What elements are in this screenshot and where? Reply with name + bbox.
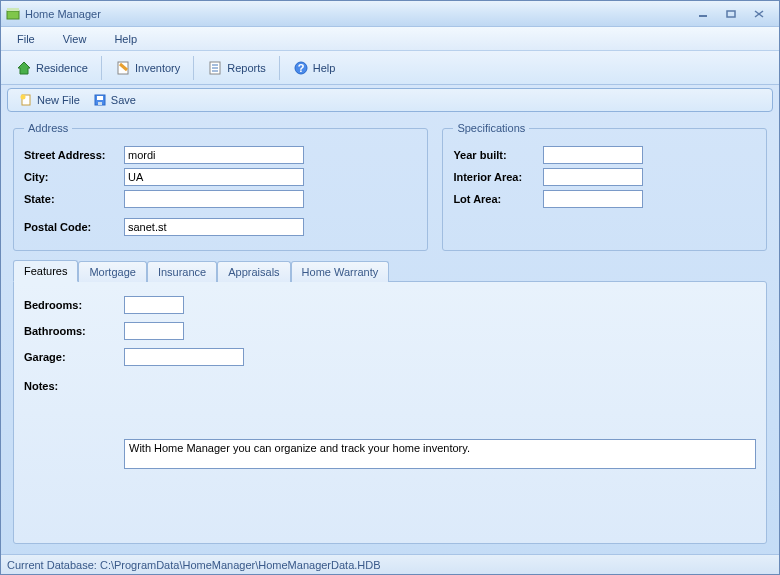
notes-label: Notes: — [24, 378, 124, 392]
tab-appraisals[interactable]: Appraisals — [217, 261, 290, 282]
minimize-button[interactable] — [693, 7, 713, 21]
svg-rect-17 — [97, 96, 103, 100]
menu-help[interactable]: Help — [110, 31, 141, 47]
help-label: Help — [313, 62, 336, 74]
interior-label: Interior Area: — [453, 171, 543, 183]
save-button[interactable]: Save — [88, 91, 140, 109]
tab-insurance[interactable]: Insurance — [147, 261, 217, 282]
maximize-button[interactable] — [721, 7, 741, 21]
close-button[interactable] — [749, 7, 769, 21]
tab-features[interactable]: Features — [13, 260, 78, 282]
specs-group: Specifications Year built: Interior Area… — [442, 122, 767, 251]
address-group: Address Street Address: City: State: Pos… — [13, 122, 428, 251]
street-input[interactable] — [124, 146, 304, 164]
content-area: Address Street Address: City: State: Pos… — [1, 112, 779, 554]
save-label: Save — [111, 94, 136, 106]
garage-label: Garage: — [24, 351, 124, 363]
app-icon — [5, 6, 21, 22]
svg-marker-6 — [18, 62, 30, 74]
menu-file[interactable]: File — [13, 31, 39, 47]
tab-warranty[interactable]: Home Warranty — [291, 261, 390, 282]
inventory-label: Inventory — [135, 62, 180, 74]
separator — [193, 56, 194, 80]
city-label: City: — [24, 171, 124, 183]
top-panels: Address Street Address: City: State: Pos… — [13, 122, 767, 251]
window-title: Home Manager — [25, 8, 693, 20]
reports-button[interactable]: Reports — [198, 56, 275, 80]
status-text: Current Database: C:\ProgramData\HomeMan… — [7, 559, 381, 571]
separator — [101, 56, 102, 80]
statusbar: Current Database: C:\ProgramData\HomeMan… — [1, 554, 779, 574]
sub-toolbar: New File Save — [7, 88, 773, 112]
postal-label: Postal Code: — [24, 221, 124, 233]
interior-input[interactable] — [543, 168, 643, 186]
state-label: State: — [24, 193, 124, 205]
postal-input[interactable] — [124, 218, 304, 236]
specs-legend: Specifications — [453, 122, 529, 134]
svg-rect-18 — [98, 102, 102, 105]
menu-view[interactable]: View — [59, 31, 91, 47]
svg-text:?: ? — [297, 62, 304, 74]
inventory-icon — [115, 60, 131, 76]
window-controls — [693, 7, 775, 21]
new-file-label: New File — [37, 94, 80, 106]
svg-rect-3 — [727, 11, 735, 17]
svg-rect-0 — [7, 11, 19, 19]
residence-label: Residence — [36, 62, 88, 74]
main-window: Home Manager File View Help Residence In… — [0, 0, 780, 575]
city-input[interactable] — [124, 168, 304, 186]
lot-input[interactable] — [543, 190, 643, 208]
new-file-button[interactable]: New File — [14, 91, 84, 109]
tab-strip: Features Mortgage Insurance Appraisals H… — [13, 259, 767, 281]
state-input[interactable] — [124, 190, 304, 208]
separator — [279, 56, 280, 80]
save-icon — [92, 92, 108, 108]
new-file-icon — [18, 92, 34, 108]
year-label: Year built: — [453, 149, 543, 161]
residence-button[interactable]: Residence — [7, 56, 97, 80]
svg-point-15 — [21, 95, 26, 100]
year-input[interactable] — [543, 146, 643, 164]
garage-input[interactable] — [124, 348, 244, 366]
bathrooms-label: Bathrooms: — [24, 325, 124, 337]
bedrooms-label: Bedrooms: — [24, 299, 124, 311]
titlebar: Home Manager — [1, 1, 779, 27]
svg-rect-1 — [7, 8, 19, 11]
tab-content: Bedrooms: Bathrooms: Garage: Notes: — [13, 281, 767, 544]
lot-label: Lot Area: — [453, 193, 543, 205]
menubar: File View Help — [1, 27, 779, 51]
reports-label: Reports — [227, 62, 266, 74]
tab-mortgage[interactable]: Mortgage — [78, 261, 146, 282]
bathrooms-input[interactable] — [124, 322, 184, 340]
notes-textarea[interactable] — [124, 439, 756, 469]
inventory-button[interactable]: Inventory — [106, 56, 189, 80]
help-button[interactable]: ? Help — [284, 56, 345, 80]
toolbar: Residence Inventory Reports ? Help — [1, 51, 779, 85]
address-legend: Address — [24, 122, 72, 134]
bedrooms-input[interactable] — [124, 296, 184, 314]
reports-icon — [207, 60, 223, 76]
house-icon — [16, 60, 32, 76]
help-icon: ? — [293, 60, 309, 76]
tab-panel: Features Mortgage Insurance Appraisals H… — [13, 259, 767, 544]
street-label: Street Address: — [24, 149, 124, 161]
